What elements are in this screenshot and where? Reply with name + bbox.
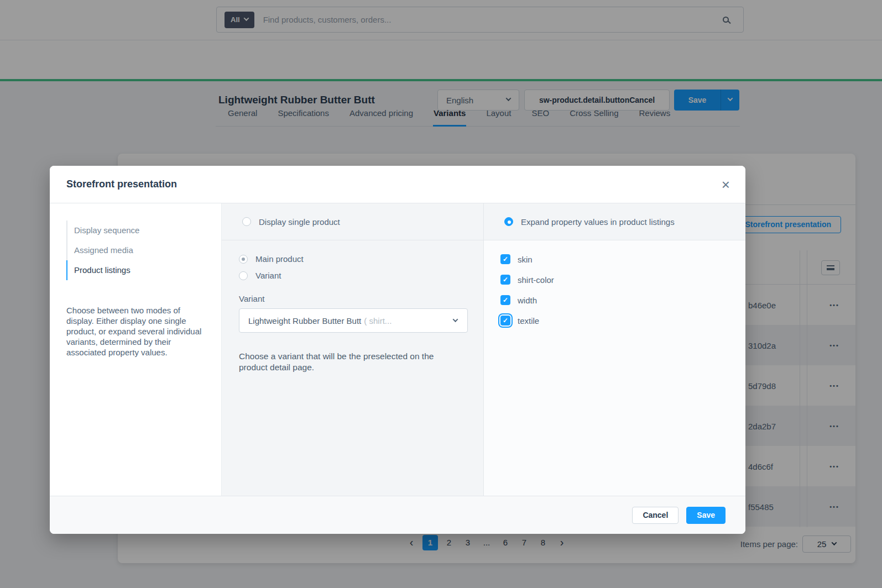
check-icon: ✓ (503, 317, 508, 324)
single-product-settings: Main product Variant Variant Lightweight… (222, 240, 483, 373)
skin-label: skin (518, 255, 533, 264)
check-icon: ✓ (503, 255, 508, 263)
skin-checkbox[interactable]: ✓ (500, 254, 510, 264)
sidebar-item-display-sequence[interactable]: Display sequence (66, 221, 205, 240)
textile-checkbox[interactable]: ✓ (500, 316, 510, 326)
sidebar-item-assigned-media[interactable]: Assigned media (66, 240, 205, 260)
shirt-color-label: shirt-color (518, 275, 554, 285)
width-checkbox[interactable]: ✓ (500, 295, 510, 305)
modal-sidebar: Display sequence Assigned media Product … (50, 203, 221, 496)
check-icon: ✓ (503, 296, 508, 304)
variant-select-value: Lightweight Rubber Butter Butt (248, 316, 361, 326)
property-option-skin: ✓ skin (500, 254, 745, 264)
modal-footer: Cancel Save (50, 496, 745, 534)
property-option-shirt-color: ✓ shirt-color (500, 275, 745, 285)
variant-radio[interactable] (239, 271, 248, 280)
display-single-product-option: Display single product (222, 203, 483, 240)
close-icon[interactable]: × (722, 179, 730, 190)
modal-cancel-button[interactable]: Cancel (632, 507, 679, 524)
variant-select-label: Variant (239, 294, 467, 303)
main-product-option: Main product (239, 254, 467, 264)
modal-save-button[interactable]: Save (686, 507, 726, 524)
expand-properties-option: Expand property values in product listin… (484, 203, 745, 240)
modal-sidebar-nav: Display sequence Assigned media Product … (66, 221, 205, 280)
shirt-color-checkbox[interactable]: ✓ (500, 275, 510, 285)
display-single-product-radio[interactable] (242, 217, 251, 226)
expand-properties-column: Expand property values in product listin… (484, 203, 745, 496)
expand-properties-radio[interactable] (504, 217, 513, 226)
check-icon: ✓ (503, 276, 508, 284)
property-option-textile: ✓ textile (500, 316, 745, 326)
property-checkbox-list: ✓ skin ✓ shirt-color ✓ width ✓ textile (484, 240, 745, 336)
width-label: width (518, 296, 537, 305)
modal-title: Storefront presentation (66, 179, 177, 190)
modal-body: Display sequence Assigned media Product … (50, 203, 745, 496)
sidebar-item-product-listings[interactable]: Product listings (66, 260, 205, 280)
main-product-radio[interactable] (239, 255, 248, 264)
variant-select[interactable]: Lightweight Rubber Butter Butt ( shirt..… (239, 308, 468, 333)
variant-helper-text: Choose a variant that will be the presel… (239, 351, 460, 373)
variant-option: Variant (239, 271, 467, 280)
single-product-column: Display single product Main product Vari… (221, 203, 484, 496)
storefront-presentation-modal: Storefront presentation × Display sequen… (50, 166, 745, 534)
chevron-down-icon (453, 317, 458, 322)
expand-properties-label: Expand property values in product listin… (521, 217, 675, 227)
property-option-width: ✓ width (500, 295, 745, 305)
textile-label: textile (518, 316, 539, 326)
sidebar-description: Choose between two modes of display. Eit… (66, 305, 205, 358)
modal-header: Storefront presentation × (50, 166, 745, 203)
display-single-product-label: Display single product (259, 217, 340, 227)
main-product-label: Main product (255, 254, 304, 264)
variant-select-suffix: ( shirt... (364, 316, 392, 326)
variant-radio-label: Variant (255, 271, 281, 280)
